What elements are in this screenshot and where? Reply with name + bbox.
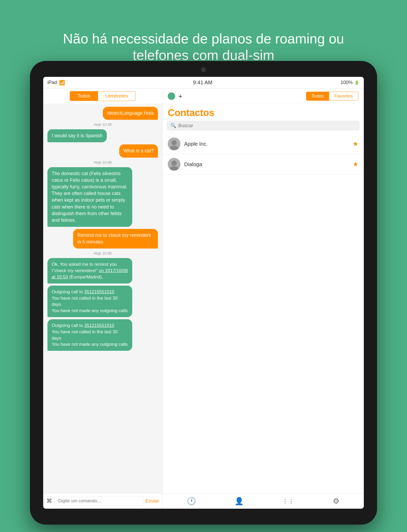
chat-panel: Todos Lembretes /detectLanguage Hola Hoj… <box>43 88 162 509</box>
contact-name-apple: Apple Inc. <box>184 141 349 147</box>
tablet-screen: iPad 📶 9:41 AM 100% 🔋 Todos Lembretes <box>43 77 364 509</box>
message-text: Outgoing call to 351215551010 You have n… <box>52 289 128 313</box>
contacts-toolbar: 🕐 👤 ⋮⋮ ⚙ <box>162 493 364 509</box>
wifi-icon: 📶 <box>59 80 65 86</box>
contact-item-apple[interactable]: Apple Inc. ★ <box>162 134 364 154</box>
message-bubble-outgoing-1: /detectLanguage Hola <box>103 107 158 120</box>
chat-tabs: Todos Lembretes <box>43 88 162 104</box>
battery-label: 100% <box>340 80 353 85</box>
tablet-camera <box>201 68 206 72</box>
contacts-header: + Todos Favoritos <box>162 88 364 104</box>
cmd-icon: ⌘ <box>46 498 52 504</box>
filter-tab-favoritos[interactable]: Favoritos <box>329 92 359 101</box>
battery-icon: 🔋 <box>354 80 360 85</box>
profile-icon[interactable]: 👤 <box>235 497 244 506</box>
chat-input[interactable] <box>54 496 143 506</box>
tab-todos[interactable]: Todos <box>70 91 98 101</box>
contacts-panel: + Todos Favoritos Contactos 🔍 <box>162 88 364 509</box>
message-bubble-outgoing-3: Remind me to check my reminders in 5 min… <box>73 229 158 249</box>
contact-avatar-dialoga <box>168 158 180 171</box>
status-right: 100% 🔋 <box>340 80 360 85</box>
tab-lembretes[interactable]: Lembretes <box>98 91 136 101</box>
online-dot <box>168 92 175 100</box>
message-text: Outgoing call to 351215551010 You have n… <box>52 323 128 347</box>
message-bubble-outgoing-2: What is a cat? <box>119 144 158 157</box>
message-text: Remind me to check my reminders in 5 min… <box>77 233 151 245</box>
message-time-1: Hoje 10:48 <box>47 122 158 127</box>
settings-icon[interactable]: ⚙ <box>333 497 339 506</box>
contact-list: Apple Inc. ★ Dialoga ★ <box>162 134 364 493</box>
send-button[interactable]: Enviar <box>145 498 159 504</box>
message-text: Ok, You asked me to remind you \"check m… <box>52 262 128 280</box>
contact-item-dialoga[interactable]: Dialoga ★ <box>162 154 364 175</box>
message-bubble-incoming-2: The domestic cat (Felis silvestris catus… <box>47 167 132 227</box>
message-time-2: Hoje 10:48 <box>47 160 158 165</box>
contacts-filter: Todos Favoritos <box>306 92 359 101</box>
search-bar: 🔍 <box>167 121 360 131</box>
contacts-title: Contactos <box>162 104 364 121</box>
message-bubble-incoming-3: Ok, You asked me to remind you \"check m… <box>47 258 132 283</box>
ipad-label: iPad <box>47 80 57 85</box>
messages-area: /detectLanguage Hola Hoje 10:48 I would … <box>43 104 162 493</box>
contact-avatar-apple <box>168 138 180 150</box>
filter-tab-todos[interactable]: Todos <box>306 92 329 101</box>
message-text: /detectLanguage Hola <box>107 110 154 116</box>
screen-content: Todos Lembretes /detectLanguage Hola Hoj… <box>43 88 364 509</box>
message-text: The domestic cat (Felis silvestris catus… <box>52 171 127 223</box>
message-text: I would say it is Spanish <box>52 133 103 138</box>
call-link-1: 351215551010 <box>84 289 114 294</box>
chat-input-bar: ⌘ Enviar <box>43 493 162 509</box>
status-left: iPad 📶 <box>47 80 65 86</box>
message-bubble-incoming-1: I would say it is Spanish <box>47 129 107 142</box>
star-icon-dialoga: ★ <box>353 161 359 168</box>
star-icon-apple: ★ <box>353 140 359 148</box>
status-bar: iPad 📶 9:41 AM 100% 🔋 <box>43 77 364 88</box>
message-bubble-incoming-4: Outgoing call to 351215551010 You have n… <box>47 286 132 317</box>
search-input[interactable] <box>178 123 356 128</box>
message-time-3: Hoje 10:48 <box>47 251 158 255</box>
reminder-link: on 2017/10/09 at 10:53 <box>52 268 128 280</box>
search-icon: 🔍 <box>170 123 176 128</box>
history-icon[interactable]: 🕐 <box>187 497 196 506</box>
tablet-frame: iPad 📶 9:41 AM 100% 🔋 Todos Lembretes <box>30 61 377 525</box>
grid-icon[interactable]: ⋮⋮ <box>282 498 294 505</box>
contact-name-dialoga: Dialoga <box>184 161 349 167</box>
add-contact-button[interactable]: + <box>178 92 182 100</box>
status-time: 9:41 AM <box>193 79 212 86</box>
message-bubble-incoming-5: Outgoing call to 351215551010 You have n… <box>47 319 132 351</box>
message-text: What is a cat? <box>123 148 154 153</box>
call-link-2: 351215551010 <box>84 323 114 328</box>
